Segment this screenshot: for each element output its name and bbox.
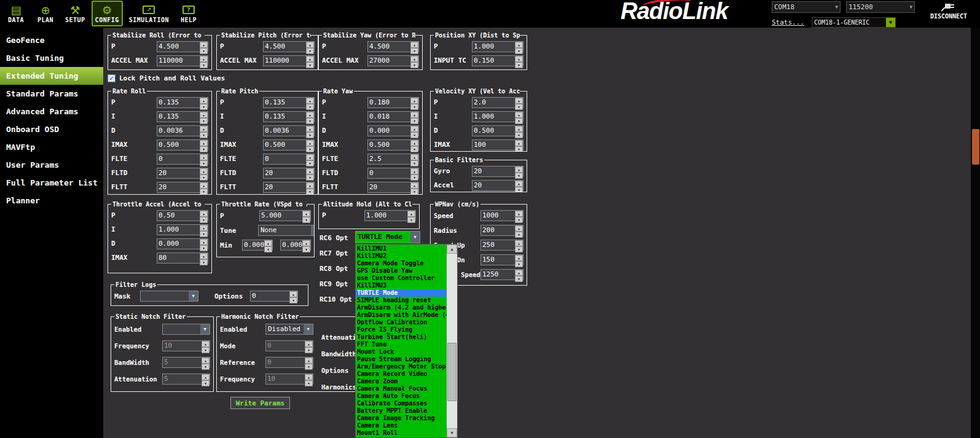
- spinner-buttons[interactable]: [306, 168, 314, 178]
- spinner-buttons[interactable]: [515, 240, 523, 250]
- menu-item-simulation[interactable]: ↗ SIMULATION: [125, 1, 173, 26]
- spinner-buttons[interactable]: [306, 182, 314, 192]
- param-input[interactable]: 20: [367, 182, 419, 193]
- dropdown-option[interactable]: Turbine Start(heli): [356, 334, 447, 341]
- param-input[interactable]: 150: [480, 254, 523, 265]
- param-input[interactable]: 250: [480, 240, 523, 251]
- param-input[interactable]: 0.180: [367, 97, 419, 108]
- spinner-buttons[interactable]: [515, 98, 523, 108]
- param-input[interactable]: 0.500: [157, 139, 208, 151]
- baud-rate-select[interactable]: 115200 ▼: [846, 1, 915, 13]
- sidebar-item[interactable]: GeoFence: [0, 31, 103, 49]
- param-input[interactable]: 2.5: [367, 154, 419, 165]
- spinner-buttons[interactable]: [200, 126, 208, 136]
- param-input[interactable]: 100: [472, 139, 523, 151]
- dropdown-option[interactable]: Calibrate Compasses: [356, 400, 447, 407]
- menu-item-data[interactable]: ▤ DATA: [2, 1, 29, 26]
- dropdown-option[interactable]: SIMPLE heading reset: [356, 297, 447, 304]
- sidebar-item[interactable]: Planner: [0, 192, 103, 209]
- menu-item-plan[interactable]: ⊕ PLAN: [32, 1, 59, 26]
- param-input[interactable]: 0.000: [367, 125, 419, 136]
- spinner-buttons[interactable]: [200, 56, 208, 66]
- sidebar-item[interactable]: Full Parameter List: [0, 174, 103, 192]
- sidebar-item[interactable]: Advanced Params: [0, 103, 103, 120]
- sidebar-item[interactable]: Extended Tuning: [0, 67, 103, 85]
- spinner-buttons[interactable]: [410, 98, 418, 108]
- dropdown-option[interactable]: ArmDisarm with AirMode (4.2 and higher): [356, 311, 447, 319]
- spinner-buttons[interactable]: [515, 42, 523, 52]
- spinner-buttons[interactable]: [200, 112, 208, 122]
- dropdown-option[interactable]: KillIMU1: [356, 245, 447, 252]
- menu-item-setup[interactable]: ⚒ SETUP: [61, 1, 89, 26]
- spinner-buttons[interactable]: [410, 182, 418, 192]
- param-input[interactable]: 0: [367, 168, 419, 179]
- dropdown-option[interactable]: KillIMU2: [356, 252, 447, 260]
- param-input[interactable]: 80: [157, 252, 208, 264]
- param-input[interactable]: 0: [263, 154, 315, 165]
- spinner-buttons[interactable]: [410, 42, 418, 52]
- tune-select[interactable]: None ▼: [258, 225, 315, 236]
- param-input[interactable]: 1.000: [364, 210, 416, 221]
- spinner-buttons[interactable]: [515, 181, 523, 190]
- vertical-scrollbar[interactable]: [971, 28, 980, 438]
- dropdown-option[interactable]: KillIMU3: [356, 282, 447, 289]
- spinner-buttons[interactable]: [200, 182, 208, 192]
- spinner-buttons[interactable]: [410, 140, 418, 150]
- min-input[interactable]: 0.000: [242, 240, 273, 251]
- spinner-buttons[interactable]: [306, 126, 314, 136]
- param-input[interactable]: 0.0036: [157, 125, 208, 136]
- spinner-buttons[interactable]: [306, 154, 314, 164]
- param-input[interactable]: 0.0036: [263, 125, 315, 136]
- spinner-buttons[interactable]: [264, 240, 272, 250]
- param-input[interactable]: 1.000: [157, 224, 208, 235]
- sidebar-item[interactable]: Onboard OSD: [0, 120, 103, 138]
- param-input[interactable]: 0.500: [472, 125, 523, 136]
- param-input[interactable]: 20: [263, 182, 315, 193]
- spinner-buttons[interactable]: [200, 140, 208, 150]
- spinner-buttons[interactable]: [410, 168, 418, 178]
- param-input[interactable]: 0: [157, 154, 208, 165]
- spinner-buttons[interactable]: [306, 112, 314, 122]
- dropdown-option[interactable]: Camera Mode Toggle: [356, 260, 447, 267]
- dropdown-option[interactable]: Battery MPPT Enable: [356, 407, 447, 415]
- spinner-buttons[interactable]: [306, 98, 314, 108]
- dropdown-option[interactable]: Force IS_Flying: [356, 326, 447, 334]
- param-input[interactable]: 4.500: [263, 41, 315, 52]
- spinner-buttons[interactable]: [515, 166, 523, 176]
- param-input[interactable]: 0.50: [157, 210, 208, 221]
- param-input[interactable]: 1.000: [472, 41, 523, 52]
- spinner-buttons[interactable]: [200, 154, 208, 164]
- param-input[interactable]: 0.018: [367, 111, 419, 122]
- dropdown-option[interactable]: Camera Manual Focus: [356, 385, 447, 393]
- spinner-buttons[interactable]: [200, 225, 208, 235]
- sidebar-item[interactable]: User Params: [0, 156, 103, 174]
- spinner-buttons[interactable]: [302, 211, 310, 221]
- dropdown-option[interactable]: FFT Tune: [356, 341, 447, 348]
- menu-item-config[interactable]: ⚙ CONFIG: [92, 1, 123, 26]
- dropdown-option[interactable]: Camera Zoom: [356, 378, 447, 385]
- scrollbar-thumb[interactable]: [972, 129, 979, 165]
- scroll-down-icon[interactable]: ▼: [447, 428, 457, 437]
- sidebar-item[interactable]: Basic Tuning: [0, 49, 103, 67]
- spinner-buttons[interactable]: [200, 253, 208, 263]
- spinner-buttons[interactable]: [306, 56, 314, 66]
- link-type-select[interactable]: COM18-1-GENERIC ▼: [812, 17, 896, 28]
- spinner-buttons[interactable]: [200, 42, 208, 52]
- write-params-button[interactable]: Write Params: [230, 397, 290, 409]
- param-input[interactable]: 5.000: [259, 210, 311, 221]
- spinner-buttons[interactable]: [410, 154, 418, 164]
- max-input[interactable]: 0.000: [280, 240, 311, 251]
- dropdown-option[interactable]: Mount Lock: [356, 348, 447, 356]
- scroll-up-icon[interactable]: ▲: [447, 244, 457, 254]
- spinner-buttons[interactable]: [515, 211, 523, 221]
- param-input[interactable]: 0.135: [263, 97, 315, 108]
- param-input[interactable]: 20: [157, 168, 208, 179]
- param-input[interactable]: 0.150: [472, 55, 523, 66]
- spinner-buttons[interactable]: [306, 140, 314, 150]
- rc6-opt-select[interactable]: TURTLE Mode ▼: [355, 231, 420, 243]
- dropdown-option[interactable]: Camera Lens: [356, 422, 447, 429]
- static-notch-enabled-select[interactable]: ▼: [162, 324, 210, 335]
- dropdown-option[interactable]: GPS Disable Yaw: [356, 267, 447, 275]
- dropdown-option[interactable]: Camera Image Tracking: [356, 415, 447, 422]
- param-input[interactable]: 0.000: [157, 238, 208, 249]
